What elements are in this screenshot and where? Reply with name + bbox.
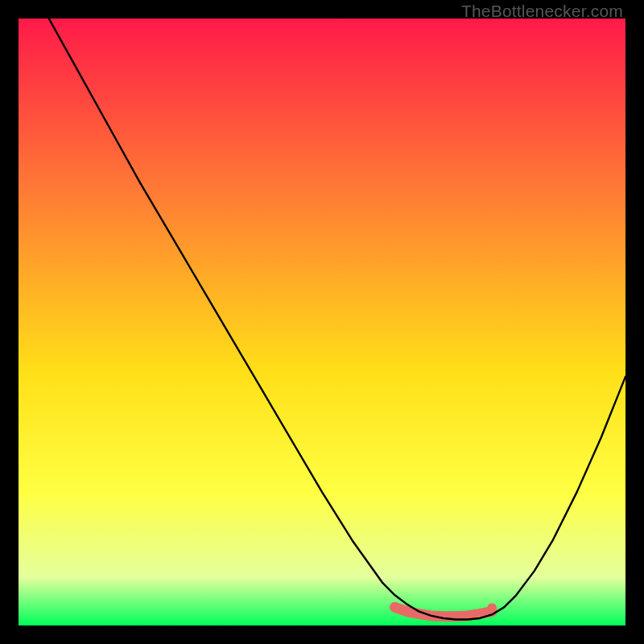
- marker-dot: [487, 603, 497, 613]
- chart-frame: [19, 19, 625, 625]
- watermark-text: TheBottlenecker.com: [461, 2, 623, 21]
- chart-svg: [19, 19, 625, 625]
- chart-background: [19, 19, 625, 625]
